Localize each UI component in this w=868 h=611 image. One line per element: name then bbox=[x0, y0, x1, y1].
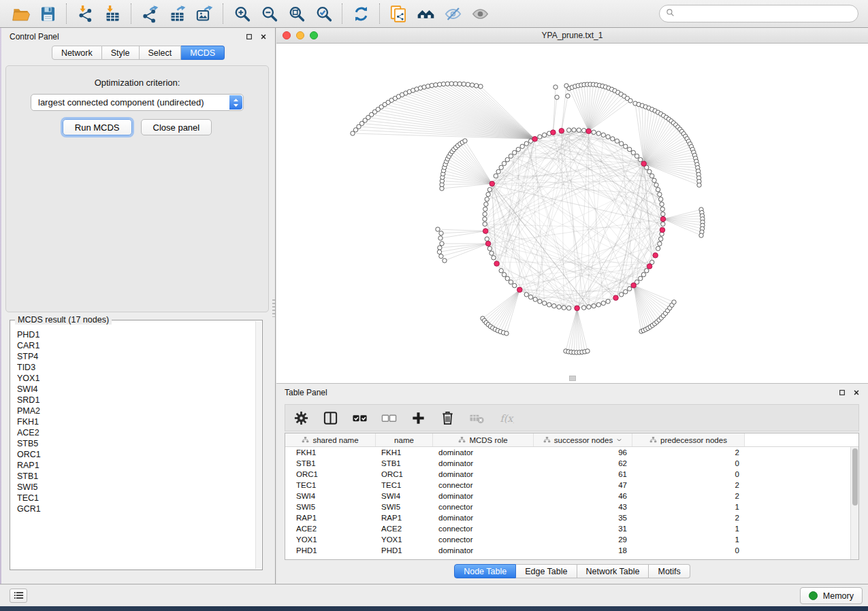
first-neighbors-button[interactable] bbox=[412, 2, 439, 25]
cell-successor-nodes: 43 bbox=[534, 503, 632, 511]
open-file-button[interactable] bbox=[7, 2, 34, 25]
search-field[interactable] bbox=[659, 5, 858, 22]
column-layout-button[interactable] bbox=[321, 409, 339, 427]
column-header-shared-name[interactable]: shared name bbox=[285, 433, 376, 446]
table-row[interactable]: PHD1PHD1dominator180 bbox=[285, 545, 858, 556]
cell-name: PHD1 bbox=[376, 546, 433, 555]
zoom-selected-button[interactable] bbox=[310, 2, 337, 25]
cell-predecessor-nodes: 1 bbox=[632, 503, 745, 511]
column-label: name bbox=[394, 436, 414, 444]
optimization-criterion-dropdown[interactable]: largest connected component (undirected) bbox=[31, 94, 244, 111]
export-image-button[interactable] bbox=[191, 2, 218, 25]
cell-shared-name: ACE2 bbox=[285, 525, 376, 533]
column-header-MCDS-role[interactable]: MCDS role bbox=[433, 433, 534, 446]
save-session-button[interactable] bbox=[34, 2, 61, 25]
select-all-checkboxes-button[interactable] bbox=[351, 409, 368, 427]
tab-node-table[interactable]: Node Table bbox=[454, 564, 516, 578]
add-column-button[interactable] bbox=[409, 409, 427, 427]
function-builder-button: f(x) bbox=[497, 409, 515, 427]
mcds-result-item[interactable]: ORC1 bbox=[17, 449, 253, 460]
cell-MCDS-role: connector bbox=[433, 481, 534, 489]
mcds-result-scrollbar[interactable] bbox=[255, 321, 261, 569]
settings-gear-button[interactable] bbox=[292, 409, 310, 427]
close-panel-icon[interactable] bbox=[853, 389, 860, 396]
import-network-button[interactable] bbox=[71, 2, 99, 25]
mcds-result-item[interactable]: SRD1 bbox=[17, 395, 253, 406]
table-row[interactable]: SWI5SWI5connector431 bbox=[285, 501, 858, 512]
cell-predecessor-nodes: 1 bbox=[632, 525, 745, 533]
table-row[interactable]: SWI4SWI4dominator462 bbox=[285, 491, 858, 501]
minimize-window-icon[interactable] bbox=[296, 31, 304, 39]
mcds-result-item[interactable]: GCR1 bbox=[17, 503, 253, 514]
hide-selected-button[interactable] bbox=[439, 2, 466, 25]
mcds-result-item[interactable]: SWI4 bbox=[17, 384, 253, 395]
add-column-icon bbox=[411, 410, 426, 426]
mcds-result-list[interactable]: PHD1CAR1STP4TID3YOX1SWI4SRD1PMA2FKH1ACE2… bbox=[17, 329, 253, 567]
close-panel-button[interactable]: Close panel bbox=[141, 119, 212, 135]
float-panel-icon[interactable] bbox=[246, 33, 253, 40]
cell-name: RAP1 bbox=[376, 514, 433, 522]
refresh-button[interactable] bbox=[347, 2, 374, 25]
mcds-result-item[interactable]: CAR1 bbox=[17, 340, 253, 351]
import-table-icon bbox=[103, 5, 122, 23]
close-window-icon[interactable] bbox=[283, 31, 291, 39]
import-table-button[interactable] bbox=[99, 2, 126, 25]
table-scrollbar-thumb[interactable] bbox=[852, 448, 858, 506]
task-history-button[interactable] bbox=[10, 589, 27, 603]
column-header-name[interactable]: name bbox=[376, 433, 433, 446]
table-scrollbar[interactable] bbox=[850, 447, 858, 559]
toolbar-separator bbox=[131, 3, 131, 24]
toolbar-separator bbox=[379, 3, 380, 24]
table-row[interactable]: ACE2ACE2connector311 bbox=[285, 523, 858, 534]
splitter-grip[interactable] bbox=[569, 376, 576, 381]
table-row[interactable]: RAP1RAP1dominator352 bbox=[285, 512, 858, 523]
export-network-button[interactable] bbox=[136, 2, 163, 25]
tab-mcds[interactable]: MCDS bbox=[181, 46, 225, 60]
mcds-result-item[interactable]: ACE2 bbox=[17, 427, 253, 438]
tab-network-table[interactable]: Network Table bbox=[577, 564, 649, 578]
mcds-result-item[interactable]: SWI5 bbox=[17, 482, 253, 493]
network-canvas[interactable] bbox=[276, 44, 868, 383]
tab-edge-table[interactable]: Edge Table bbox=[516, 564, 577, 578]
network-document-button[interactable] bbox=[385, 2, 412, 25]
tab-motifs[interactable]: Motifs bbox=[649, 564, 690, 578]
zoom-in-button[interactable] bbox=[228, 2, 255, 25]
mcds-result-item[interactable]: RAP1 bbox=[17, 460, 253, 471]
mcds-result-item[interactable]: FKH1 bbox=[17, 416, 253, 427]
float-panel-icon[interactable] bbox=[839, 389, 846, 396]
table-row[interactable]: YOX1YOX1connector291 bbox=[285, 534, 858, 545]
show-all-button[interactable] bbox=[466, 2, 494, 25]
mcds-result-item[interactable]: STB5 bbox=[17, 438, 253, 449]
tab-style[interactable]: Style bbox=[102, 46, 140, 60]
close-panel-icon[interactable] bbox=[260, 33, 267, 40]
tab-network[interactable]: Network bbox=[52, 46, 102, 60]
memory-button[interactable]: Memory bbox=[800, 587, 863, 604]
dropdown-stepper-icon[interactable] bbox=[229, 95, 242, 110]
mcds-result-item[interactable]: TID3 bbox=[17, 362, 253, 373]
column-header-predecessor-nodes[interactable]: predecessor nodes bbox=[632, 433, 745, 446]
panel-splitter-grip[interactable] bbox=[272, 299, 275, 317]
deselect-all-checkboxes-button[interactable] bbox=[380, 409, 398, 427]
tab-select[interactable]: Select bbox=[140, 46, 182, 60]
run-mcds-button[interactable]: Run MCDS bbox=[63, 119, 132, 135]
mcds-result-item[interactable]: STP4 bbox=[17, 351, 253, 362]
column-header-successor-nodes[interactable]: successor nodes bbox=[534, 433, 632, 446]
table-row[interactable]: ORC1ORC1dominator610 bbox=[285, 469, 858, 480]
network-window-titlebar[interactable]: YPA_prune.txt_1 bbox=[276, 28, 868, 44]
mcds-result-item[interactable]: TEC1 bbox=[17, 493, 253, 503]
mcds-result-item[interactable]: YOX1 bbox=[17, 373, 253, 384]
table-row[interactable]: FKH1FKH1dominator962 bbox=[285, 447, 858, 458]
mcds-result-item[interactable]: PHD1 bbox=[17, 329, 253, 340]
table-row[interactable]: TEC1TEC1connector472 bbox=[285, 480, 858, 491]
cell-MCDS-role: dominator bbox=[433, 448, 534, 457]
zoom-fit-button[interactable] bbox=[283, 2, 310, 25]
zoom-window-icon[interactable] bbox=[310, 31, 318, 39]
table-row[interactable]: STB1STB1dominator620 bbox=[285, 458, 858, 469]
mcds-result-item[interactable]: PMA2 bbox=[17, 406, 253, 416]
mcds-result-item[interactable]: STB1 bbox=[17, 471, 253, 482]
search-input[interactable] bbox=[679, 9, 852, 18]
cell-MCDS-role: dominator bbox=[433, 459, 534, 467]
zoom-out-button[interactable] bbox=[255, 2, 283, 25]
delete-column-button[interactable] bbox=[438, 409, 456, 427]
export-table-button[interactable] bbox=[163, 2, 191, 25]
